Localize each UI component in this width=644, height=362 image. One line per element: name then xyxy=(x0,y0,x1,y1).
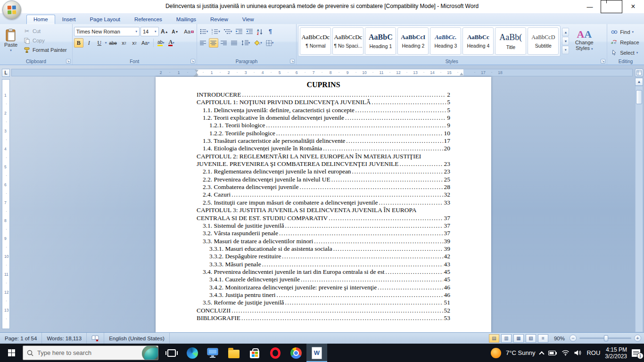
zoom-in-button[interactable]: + xyxy=(634,335,641,342)
bold-button[interactable]: B xyxy=(74,38,83,48)
toc-entry[interactable]: 3.3.2. Despăgubire restituire42 xyxy=(197,253,450,260)
style-item-heading-1[interactable]: AaBbCHeading 1 xyxy=(365,27,396,55)
styles-scroll-down-button[interactable]: ▼ xyxy=(562,37,569,45)
justify-button[interactable] xyxy=(230,38,239,48)
toc-entry[interactable]: CAPITOLUL 1: NOŢIUNI PRIVIND DELINCVENŢA… xyxy=(197,99,450,106)
show-hide-pilcrow-button[interactable]: ¶ xyxy=(265,27,275,36)
fullscreen-reading-view-button[interactable]: ▥ xyxy=(501,334,512,343)
subscript-button[interactable]: x2 xyxy=(119,38,129,48)
office-button[interactable] xyxy=(2,0,21,19)
toc-entry[interactable]: CAPITOLUL 3: JUSTITIA JUVENILA SI DELINC… xyxy=(197,206,450,214)
change-styles-button[interactable]: AA Change Styles ▾ xyxy=(570,25,598,56)
text-highlight-button[interactable]: ab▾ xyxy=(156,38,166,48)
task-view-button[interactable] xyxy=(161,344,182,362)
multilevel-list-button[interactable]: ▾ xyxy=(223,27,234,36)
horizontal-ruler[interactable]: 2·1·1··2·3·4·5·6·7·8·9·10·11·12·13·14·15… xyxy=(11,69,633,76)
style-item-title[interactable]: AaBb(Title xyxy=(495,27,526,55)
paste-button[interactable]: Paste▾ xyxy=(1,25,20,56)
toc-entry[interactable]: 3.4.2. Monitorizarea delincvenţei juveni… xyxy=(197,284,450,291)
align-left-button[interactable] xyxy=(198,38,208,48)
toc-entry[interactable]: CENTRALA SI DE EST. STUDIU COMPARATIV37 xyxy=(197,214,450,222)
taskbar-app-word[interactable]: W xyxy=(306,344,327,362)
outline-view-button[interactable]: ▧ xyxy=(526,334,536,343)
search-input[interactable]: Type here to search xyxy=(23,346,158,360)
tab-home[interactable]: Home xyxy=(26,15,55,24)
search-highlight-globe-icon[interactable] xyxy=(142,346,158,360)
font-family-select[interactable]: Times New Roman▾ xyxy=(74,27,140,36)
language-indicator[interactable]: English (United States) xyxy=(104,333,170,344)
sort-button[interactable]: AZ xyxy=(255,27,264,36)
zoom-slider-thumb[interactable] xyxy=(604,335,608,341)
scroll-up-button[interactable]: ▲ xyxy=(635,78,643,86)
vertical-ruler[interactable]: 1·2·3·4·5·6·7·8·9·10·11·12·13· xyxy=(2,79,10,329)
styles-scroll-up-button[interactable]: ▲ xyxy=(562,28,569,36)
toc-entry[interactable]: BIBLIOGRAFIE53 xyxy=(197,314,450,322)
style-item-heading-2[interactable]: AaBbCcIHeading 2 xyxy=(397,27,429,55)
tab-insert[interactable]: Insert xyxy=(55,15,83,24)
toc-entry[interactable]: 1.3. Trasături caracteristice ale person… xyxy=(197,137,450,145)
toc-entry[interactable]: CONCLUZII52 xyxy=(197,307,450,314)
weather-icon[interactable] xyxy=(491,348,501,358)
volume-icon[interactable] xyxy=(574,350,582,356)
taskbar-app-edge[interactable] xyxy=(182,344,203,362)
toc-entry[interactable]: 1.4. Etiologia delincvenței juvenile în … xyxy=(197,145,450,152)
clock[interactable]: 4:15 PM 3/2/2023 xyxy=(605,346,627,360)
italic-button[interactable]: I xyxy=(84,38,94,48)
toc-entry[interactable]: 3.3.3. Măsuri penale43 xyxy=(197,261,450,268)
battery-icon[interactable] xyxy=(548,350,557,356)
input-language[interactable]: ROU xyxy=(586,349,600,356)
tab-page-layout[interactable]: Page Layout xyxy=(83,15,127,24)
find-button[interactable]: Find▾ xyxy=(609,27,643,37)
numbering-button[interactable]: ▾ xyxy=(210,27,222,36)
font-size-select[interactable]: 14▾ xyxy=(140,27,159,36)
font-color-button[interactable]: A▾ xyxy=(167,38,176,48)
style-item-subtitle[interactable]: AaBbCcDSubtitle xyxy=(528,27,559,55)
zoom-out-button[interactable]: − xyxy=(570,335,577,342)
increase-indent-button[interactable] xyxy=(245,27,254,36)
toc-entry[interactable]: CAPITOLUL 2: REGLEMENTĂRI LA NIVEL EUROP… xyxy=(197,153,450,160)
toc-entry[interactable]: 3.3.1. Masuri educationale si de asisten… xyxy=(197,245,450,253)
toc-entry[interactable]: 3.4.1. Cauzele delincvenţei juvenile45 xyxy=(197,276,450,283)
scrollbar-thumb[interactable] xyxy=(636,90,642,104)
notification-center-button[interactable]: 1 xyxy=(632,349,640,357)
font-dialog-launcher[interactable]: ↘ xyxy=(190,59,195,64)
cut-button[interactable]: ✂ Cut xyxy=(21,26,69,36)
toc-entry[interactable]: 3.1. Sistemul de justitie juvenilă37 xyxy=(197,222,450,230)
shrink-font-button[interactable]: A▼ xyxy=(170,27,180,36)
toc-entry[interactable]: 2.2. Prevenirea delincvenţei juvenile la… xyxy=(197,176,450,183)
ruler-toggle-button[interactable] xyxy=(635,69,643,77)
replace-button[interactable]: ac Replace xyxy=(609,38,643,47)
shading-button[interactable]: ▾ xyxy=(252,38,264,48)
toc-entry[interactable]: INTRODUCERE2 xyxy=(197,91,450,99)
toc-entry[interactable]: 2.5. Instituţii care impun măsuri de com… xyxy=(197,199,450,206)
vertical-scrollbar[interactable]: ▲ xyxy=(635,69,643,332)
clear-formatting-button[interactable]: Aa xyxy=(182,27,195,36)
grow-font-button[interactable]: A▲ xyxy=(160,27,170,36)
toc-entry[interactable]: 2.1. Reglementarea delincvenţei juvenile… xyxy=(197,168,450,175)
underline-button[interactable]: U xyxy=(95,38,104,48)
toc-entry[interactable]: 3.4.3. Justiţia pentru tineri46 xyxy=(197,291,450,299)
toc-entry[interactable]: 3.4. Prevenirea delincventei juvenile in… xyxy=(197,268,450,276)
tab-review[interactable]: Review xyxy=(203,15,235,24)
style-item-normal[interactable]: AaBbCcDc¶ Normal xyxy=(300,27,331,55)
document-page[interactable]: CUPRINS INTRODUCERE2CAPITOLUL 1: NOŢIUNI… xyxy=(156,77,491,332)
borders-button[interactable]: ▾ xyxy=(264,38,275,48)
toc-entry[interactable]: JUVENILE. PREVENIREA ŞI COMBATEREA DELIN… xyxy=(197,160,450,168)
line-spacing-button[interactable]: ▾ xyxy=(240,38,252,48)
toc-entry[interactable]: 1.2. Teorii explicative în domeniul deli… xyxy=(197,114,450,122)
taskbar-app-store[interactable] xyxy=(244,344,265,362)
select-button[interactable]: Select▾ xyxy=(609,48,643,58)
tab-view[interactable]: View xyxy=(235,15,261,24)
decrease-indent-button[interactable] xyxy=(234,27,244,36)
taskbar-app-opera[interactable] xyxy=(265,344,286,362)
underline-dropdown-icon[interactable]: ▾ xyxy=(105,41,107,45)
styles-dialog-launcher[interactable]: ↘ xyxy=(601,59,605,64)
tab-mailings[interactable]: Mailings xyxy=(169,15,203,24)
taskbar-app-chrome[interactable] xyxy=(286,344,306,362)
wifi-icon[interactable] xyxy=(561,350,570,356)
scrollbar-track[interactable] xyxy=(635,86,643,332)
page-indicator[interactable]: Page: 1 of 54 xyxy=(0,333,42,344)
weather-text[interactable]: 7°C Sunny xyxy=(506,349,535,356)
style-item-no-spaci[interactable]: AaBbCcDc¶ No Spaci... xyxy=(332,27,363,55)
tab-references[interactable]: References xyxy=(127,15,169,24)
